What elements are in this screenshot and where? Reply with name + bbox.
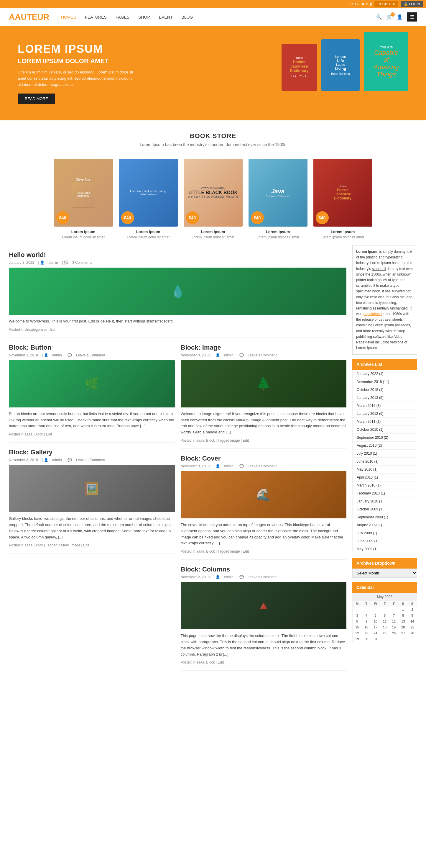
cal-header-f: F <box>389 601 399 607</box>
book-card-5[interactable]: Tuttle PocketJapaneseDictionary $40 Lore… <box>314 159 372 239</box>
archive-item-0[interactable]: January 2022 (1) <box>353 370 417 378</box>
book-price-5: $40 <box>316 211 329 224</box>
post-footer-block-cover: Posted in aaaa, Block | Tagged image | E… <box>181 549 347 554</box>
archive-item-1[interactable]: November 2018 (11) <box>353 378 417 386</box>
book-price-1: $40 <box>56 211 69 224</box>
archive-item-3[interactable]: January 2013 (5) <box>353 394 417 402</box>
archive-item-7[interactable]: October 2010 (1) <box>353 426 417 434</box>
post-date-cols: November 2, 2018 <box>181 575 210 579</box>
post-author-btn: admin <box>52 353 62 357</box>
twitter-icon[interactable]: t <box>352 2 353 6</box>
book-image-5: Tuttle PocketJapaneseDictionary $40 <box>314 159 372 226</box>
linkedin-icon[interactable]: in <box>366 2 368 6</box>
archive-item-17[interactable]: October 2009 (1) <box>353 505 417 514</box>
main-content: Hello world! January 3, 2022 | 👤 admin |… <box>0 245 426 671</box>
book-card-2[interactable]: London Life Lagos Living Bebe Danlopo $4… <box>119 159 178 239</box>
archive-item-5[interactable]: January 2012 (6) <box>353 410 417 418</box>
book-card-4[interactable]: Java Complete Reference $40 Lorem ipsum … <box>249 159 307 239</box>
book-image-1: Steve Jobs Steve JobsBiography $40 <box>54 159 113 226</box>
archive-item-19[interactable]: August 2009 (1) <box>353 521 417 529</box>
cal-header-m: M <box>353 601 362 607</box>
book-card-3[interactable]: OTEGHA UWAGBA LITTLE BLACK BOOK A TOOLKI… <box>184 159 242 239</box>
instagram-icon[interactable]: ■ <box>362 2 364 6</box>
post-text-block-columns: This page tests how the theme displays t… <box>181 633 347 657</box>
archive-item-22[interactable]: May 2009 (1) <box>353 545 417 553</box>
login-button[interactable]: 🔒 LOGIN <box>401 1 423 7</box>
archive-item-14[interactable]: March 2010 (1) <box>353 482 417 490</box>
archives-list-title: Archives List <box>352 359 417 370</box>
user-icon[interactable]: 👤 <box>397 14 403 20</box>
book-image-2: London Life Lagos Living Bebe Danlopo $4… <box>119 159 178 226</box>
archives-select[interactable]: Select Month January 2022 November 2018 … <box>352 568 417 578</box>
post-text-hello-world: Welcome to WordPress. This is your first… <box>9 318 347 324</box>
post-meta-block-button: November 3, 2018 | 👤 admin | 💬 Leave a C… <box>9 353 175 357</box>
nav-blog[interactable]: BLOG <box>181 15 193 20</box>
posts-area: Hello world! January 3, 2022 | 👤 admin |… <box>9 245 347 671</box>
hero-book-1: Tuttle PocketJapaneseDictionary 日タ・ウット <box>282 44 317 91</box>
archive-item-11[interactable]: June 2010 (1) <box>353 458 417 466</box>
cal-header-w: W <box>371 601 380 607</box>
archive-item-16[interactable]: January 2010 (1) <box>353 497 417 505</box>
post-block-image: Block: Image November 3, 2018 | 👤 admin … <box>181 338 347 449</box>
post-title-block-image: Block: Image <box>181 344 347 351</box>
book-title-4: Lorem ipsum <box>249 229 307 234</box>
post-comment-icon-btn: 💬 <box>67 353 72 357</box>
hamburger-menu[interactable]: ☰ <box>407 12 417 22</box>
post-block-cover: Block: Cover November 3, 2018 | 👤 admin … <box>181 449 347 560</box>
hero-description: Ut enim ad minim veniam, qused do elusmo… <box>18 69 136 88</box>
bookstore-section: BOOK STORE Lorem Ipsum has been the indu… <box>0 120 426 153</box>
post-comments-cols: Leave a Comment <box>248 575 276 579</box>
hero-book-2: London Life Lagos Living Bebe Danlopo <box>321 39 360 91</box>
calendar-table: M T W T F S S <box>353 601 417 642</box>
nav-pages[interactable]: PAGES <box>116 15 129 20</box>
sidebar: Lorem Ipsum is simply dummy text of the … <box>352 245 417 671</box>
post-comments-gallery: Leave a Comment <box>76 458 105 462</box>
archive-item-21[interactable]: June 2009 (1) <box>353 537 417 545</box>
nav-event[interactable]: EVENT <box>159 15 173 20</box>
post-comment-icon-img: 💬 <box>239 353 244 357</box>
pinterest-icon[interactable]: p <box>370 2 372 6</box>
hero-read-more-button[interactable]: READ MORE <box>18 94 55 104</box>
nav-shop[interactable]: SHOP <box>138 15 150 20</box>
archive-item-9[interactable]: August 2010 (2) <box>353 442 417 450</box>
register-button[interactable]: REGISTER <box>374 1 398 7</box>
archive-item-8[interactable]: September 2010 (2) <box>353 434 417 442</box>
sidebar-excerpt: Lorem Ipsum is simply dummy text of the … <box>352 245 417 354</box>
book-card-1[interactable]: Steve Jobs Steve JobsBiography $40 Lorem… <box>54 159 113 239</box>
nav-icons: 🔍 🛒0 👤 ☰ <box>376 12 417 22</box>
post-title-block-cover: Block: Cover <box>181 455 347 462</box>
post-author-icon-img: 👤 <box>216 353 220 357</box>
archives-dropdown: Select Month January 2022 November 2018 … <box>352 568 417 578</box>
site-logo[interactable]: AAUTEUR <box>9 12 49 22</box>
cart-icon[interactable]: 🛒0 <box>387 14 392 20</box>
archive-item-18[interactable]: September 2009 (1) <box>353 514 417 521</box>
nav-features[interactable]: FEATURES <box>85 15 107 20</box>
google-plus-icon[interactable]: G+ <box>355 2 360 6</box>
book-desc-4: Lorem ipsum dolor sit amet <box>249 235 307 239</box>
post-footer-hello-world: Posted in Uncategorized | Edit <box>9 328 347 332</box>
search-icon[interactable]: 🔍 <box>376 14 382 20</box>
calendar-title: Calendar <box>352 582 417 593</box>
archive-item-6[interactable]: March 2011 (1) <box>353 418 417 426</box>
nav-homes[interactable]: HOMES <box>61 15 76 20</box>
post-date-gallery: November 3, 2018 <box>9 458 38 462</box>
cal-week-2: 3 4 5 6 7 8 9 <box>353 613 417 618</box>
archive-item-10[interactable]: July 2010 (1) <box>353 450 417 458</box>
archive-item-4[interactable]: March 2012 (3) <box>353 402 417 410</box>
post-title-hello-world: Hello world! <box>9 251 347 259</box>
archive-item-13[interactable]: April 2010 (1) <box>353 473 417 482</box>
archive-item-15[interactable]: February 2010 (1) <box>353 490 417 497</box>
post-text-block-image: Welcome to image alignment! If you recog… <box>181 411 347 435</box>
post-comments-img: Leave a Comment <box>248 353 276 357</box>
post-author-icon-btn: 👤 <box>44 353 48 357</box>
post-date-cover: November 3, 2018 <box>181 464 210 468</box>
archive-item-12[interactable]: May 2010 (1) <box>353 466 417 473</box>
archive-item-2[interactable]: October 2018 (1) <box>353 386 417 394</box>
post-block-gallery: Block: Gallery November 3, 2018 | 👤 admi… <box>9 442 175 554</box>
cal-header-t: T <box>362 601 371 607</box>
book-title-5: Lorem ipsum <box>314 229 372 234</box>
hero-subtitle: LOREM IPSUM DOLOR AMET <box>18 57 136 65</box>
bookstore-title: BOOK STORE <box>9 132 417 140</box>
facebook-icon[interactable]: f <box>350 2 351 6</box>
archive-item-20[interactable]: July 2009 (1) <box>353 529 417 537</box>
